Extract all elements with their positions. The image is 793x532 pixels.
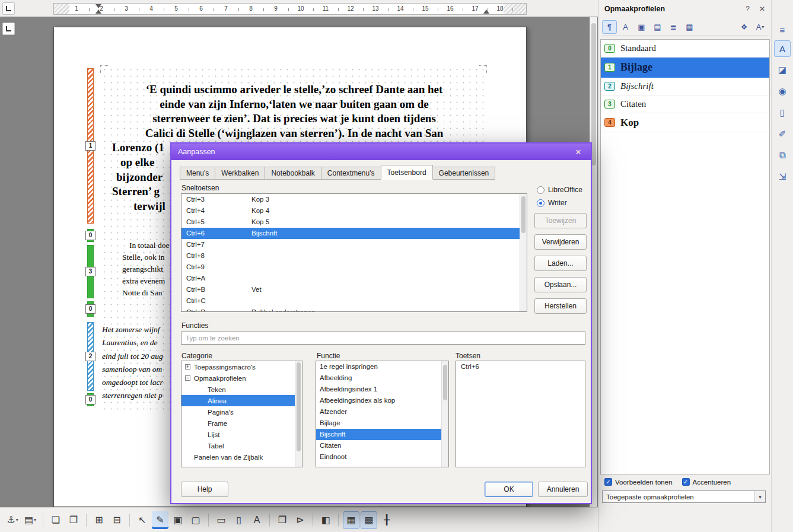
spotlight-checkbox[interactable]: ✓ Accentueren [682,478,731,486]
insert-frame-icon[interactable]: ▯ [231,511,247,529]
category-row-frame[interactable]: Frame [181,418,295,429]
function-row-afbeeldingsindex-1[interactable]: Afbeeldingsindex 1 [316,384,441,395]
function-row-bijlage[interactable]: Bijlage [316,418,441,429]
right-indent-marker[interactable] [483,9,489,14]
navigator-deck-icon[interactable]: ◉ [774,83,791,100]
tab-stop-selector-icon[interactable] [2,2,15,15]
page-styles-icon[interactable]: ▤ [650,20,665,34]
function-search-input[interactable] [181,332,585,345]
new-style-from-selection-icon[interactable]: A▾ [753,20,767,34]
tree-expander-icon[interactable]: + [185,364,190,369]
function-list[interactable]: 1e regel inspringenAfbeeldingAfbeeldings… [316,361,449,467]
close-icon[interactable]: ✕ [572,146,584,158]
tree-expander-icon[interactable]: − [185,375,190,381]
cancel-button[interactable]: Annuleren [538,482,588,497]
style-item-citaten[interactable]: 3Citaten [601,95,769,113]
toggle-extrusion-icon[interactable]: ◧ [317,511,334,529]
category-row-alinea[interactable]: Alinea [181,395,295,406]
category-row-pagina-s[interactable]: Pagina's [181,406,295,418]
toewijzen-button[interactable]: Toewijzen [534,213,587,228]
shortcut-row[interactable]: Ctrl+8 [181,250,520,262]
page-deck-icon[interactable]: ▯ [774,104,791,121]
tab-werkbalken[interactable]: Werkbalken [215,167,265,180]
select-object-icon[interactable]: ⊳ [292,511,308,529]
verwijderen-button[interactable]: Verwijderen [534,234,587,250]
writer-radio[interactable]: Writer [537,198,567,208]
send-to-back-icon[interactable]: ❐ [65,511,82,529]
category-scrollbar[interactable] [295,361,302,467]
shortcut-row[interactable]: Ctrl+6Bijschrift [181,228,520,239]
helplines-while-moving-icon[interactable]: ╂ [378,511,395,529]
shortcut-row[interactable]: Ctrl+7 [181,239,520,250]
category-row-lijst[interactable]: Lijst [181,429,295,440]
scrollbar-thumb[interactable] [297,362,301,451]
style-item-standaard[interactable]: 0Standaard [601,40,769,58]
function-scrollbar[interactable] [441,361,448,467]
align-center-icon[interactable]: ⊟ [109,511,125,529]
ruler-corner-icon[interactable] [2,23,15,35]
character-styles-icon[interactable]: A [618,20,633,34]
scrollbar-thumb[interactable] [443,365,447,400]
manage-changes-deck-icon[interactable]: ⧉ [774,147,791,164]
category-row-opmaakprofielen[interactable]: −Opmaakprofielen [181,372,295,384]
accessibility-check-deck-icon[interactable]: ⇲ [774,168,791,185]
frame-styles-icon[interactable]: ▣ [634,20,649,34]
sidebar-settings-icon[interactable]: ≡ [774,21,791,38]
function-row-afbeelding[interactable]: Afbeelding [316,372,441,384]
horizontal-ruler[interactable]: 123456789101112131415161718 [53,3,527,15]
category-row-teken[interactable]: Teken [181,384,295,395]
tab-toetsenbord[interactable]: Toetsenbord [381,165,433,180]
shortcut-row[interactable]: Ctrl+9 [181,262,520,273]
shortcuts-list[interactable]: Ctrl+3Kop 3Ctrl+4Kop 4Ctrl+5Kop 5Ctrl+6B… [181,193,527,312]
herstellen-button[interactable]: Herstellen [534,298,587,314]
libreoffice-radio[interactable]: LibreOffice [537,185,582,195]
group-icon[interactable]: ▣ [170,511,186,529]
tab-gebeurtenissen[interactable]: Gebeurtenissen [432,167,496,180]
table-styles-icon[interactable]: ▦ [682,20,697,34]
function-row-afzender[interactable]: Afzender [316,406,441,418]
key-row[interactable]: Ctrl+6 [456,361,585,372]
insert-fontwork-icon[interactable]: A [249,511,265,529]
style-filter-dropdown[interactable]: Toegepaste opmaakprofielen ▾ [602,490,766,503]
chevron-down-icon[interactable]: ▾ [754,491,765,502]
list-styles-icon[interactable]: ≣ [666,20,681,34]
shortcut-row[interactable]: Ctrl+3Kop 3 [181,194,520,205]
select-pointer-icon[interactable]: ↖ [134,511,151,529]
category-row-toepassingsmacro-s[interactable]: +Toepassingsmacro's [181,361,295,372]
scrollbar-thumb[interactable] [591,23,596,165]
fill-format-mode-icon[interactable]: ❖ [737,20,751,34]
style-item-bijschrift[interactable]: 2Bijschrift [601,78,769,95]
display-grid-icon[interactable]: ▦ [343,511,359,529]
dialog-titlebar[interactable]: Aanpassen ✕ [171,144,591,160]
shortcut-row[interactable]: Ctrl+5Kop 5 [181,216,520,228]
shortcut-row[interactable]: Ctrl+BVet [181,284,520,295]
edit-points-icon[interactable]: ✎ [152,511,168,529]
tab-notebookbalk[interactable]: Notebookbalk [265,167,321,180]
function-row-bijschrift[interactable]: Bijschrift [316,429,441,440]
category-row-panelen-van-de-zijbalk[interactable]: Panelen van de Zijbalk [181,451,295,463]
gallery-deck-icon[interactable]: ◪ [774,62,791,78]
align-left-icon[interactable]: ⊞ [91,511,107,529]
shortcut-row[interactable]: Ctrl+4Kop 4 [181,205,520,216]
anchor-icon[interactable]: ⚓▾ [4,511,21,529]
bring-to-front-icon[interactable]: ❏ [47,511,64,529]
style-inspector-deck-icon[interactable]: ✐ [774,126,791,142]
function-row-afbeeldingsindex-als-kop[interactable]: Afbeeldingsindex als kop [316,395,441,406]
shortcuts-scrollbar[interactable] [520,194,527,311]
show-previews-checkbox[interactable]: ✓ Voorbeelden tonen [604,478,673,486]
tab-contextmenu-s[interactable]: Contextmenu's [321,167,381,180]
function-row-citaten[interactable]: Citaten [316,440,441,451]
help-button[interactable]: Help [181,482,228,497]
keys-list[interactable]: Ctrl+6 [456,361,585,467]
scrollbar-thumb[interactable] [521,196,526,233]
category-tree[interactable]: +Toepassingsmacro's−OpmaakprofielenTeken… [181,361,302,467]
align-objects-icon[interactable]: ▤▾ [22,511,39,529]
paragraph-styles-icon[interactable]: ¶ [602,20,617,34]
close-icon[interactable]: ✕ [759,5,765,13]
help-icon[interactable]: ? [746,5,750,13]
style-item-bijlage[interactable]: 1Bijlage [601,58,769,78]
styles-deck-icon[interactable]: A [774,40,791,57]
category-row-tabel[interactable]: Tabel [181,440,295,451]
opslaan-button[interactable]: Opslaan... [534,277,587,292]
ok-button[interactable]: OK [485,482,533,497]
